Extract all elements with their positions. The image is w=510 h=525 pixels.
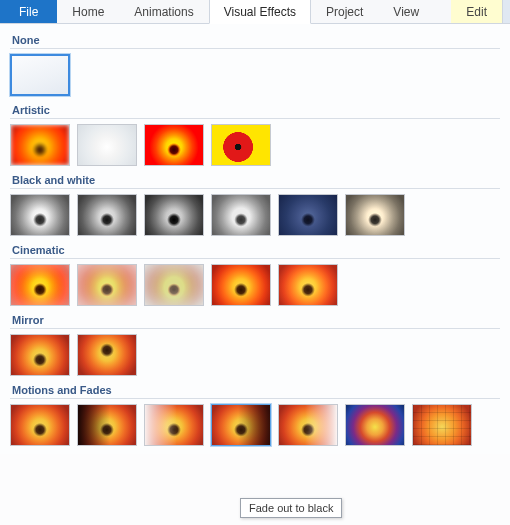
tab-edit[interactable]: Edit xyxy=(451,0,502,23)
tab-animations[interactable]: Animations xyxy=(119,0,208,23)
effect-fade-out-to-black[interactable] xyxy=(211,404,271,446)
group-header-motions: Motions and Fades xyxy=(10,378,500,399)
effect-bw-1[interactable] xyxy=(10,194,70,236)
group-header-bw: Black and white xyxy=(10,168,500,189)
effect-bw-6[interactable] xyxy=(345,194,405,236)
effect-cinematic-3[interactable] xyxy=(144,264,204,306)
tab-visual-effects[interactable]: Visual Effects xyxy=(209,0,311,24)
effect-motion-5[interactable] xyxy=(278,404,338,446)
effects-gallery: None Artistic Black and white Cinematic xyxy=(0,24,510,454)
effect-cinematic-4[interactable] xyxy=(211,264,271,306)
group-header-artistic: Artistic xyxy=(10,98,500,119)
group-header-cinematic: Cinematic xyxy=(10,238,500,259)
effect-bw-3[interactable] xyxy=(144,194,204,236)
effect-motion-3[interactable] xyxy=(144,404,204,446)
tab-project[interactable]: Project xyxy=(311,0,378,23)
group-header-mirror: Mirror xyxy=(10,308,500,329)
effect-none[interactable] xyxy=(10,54,70,96)
tab-home[interactable]: Home xyxy=(57,0,119,23)
effect-motion-1[interactable] xyxy=(10,404,70,446)
effect-motion-2[interactable] xyxy=(77,404,137,446)
effect-cinematic-5[interactable] xyxy=(278,264,338,306)
effect-artistic-3[interactable] xyxy=(144,124,204,166)
tab-view[interactable]: View xyxy=(378,0,434,23)
ribbon-end xyxy=(502,0,510,23)
effect-bw-4[interactable] xyxy=(211,194,271,236)
group-header-none: None xyxy=(10,28,500,49)
effect-cinematic-1[interactable] xyxy=(10,264,70,306)
effect-motion-7[interactable] xyxy=(412,404,472,446)
effect-artistic-4[interactable] xyxy=(211,124,271,166)
effect-bw-5[interactable] xyxy=(278,194,338,236)
effect-bw-2[interactable] xyxy=(77,194,137,236)
effect-motion-6[interactable] xyxy=(345,404,405,446)
tooltip-fade-out-to-black: Fade out to black xyxy=(240,498,342,518)
effect-cinematic-2[interactable] xyxy=(77,264,137,306)
effect-mirror-1[interactable] xyxy=(10,334,70,376)
ribbon-tabs: File Home Animations Visual Effects Proj… xyxy=(0,0,510,24)
tab-file[interactable]: File xyxy=(0,0,57,23)
ribbon-spacer xyxy=(434,0,451,23)
effect-mirror-2[interactable] xyxy=(77,334,137,376)
effect-artistic-1[interactable] xyxy=(10,124,70,166)
effect-artistic-2[interactable] xyxy=(77,124,137,166)
